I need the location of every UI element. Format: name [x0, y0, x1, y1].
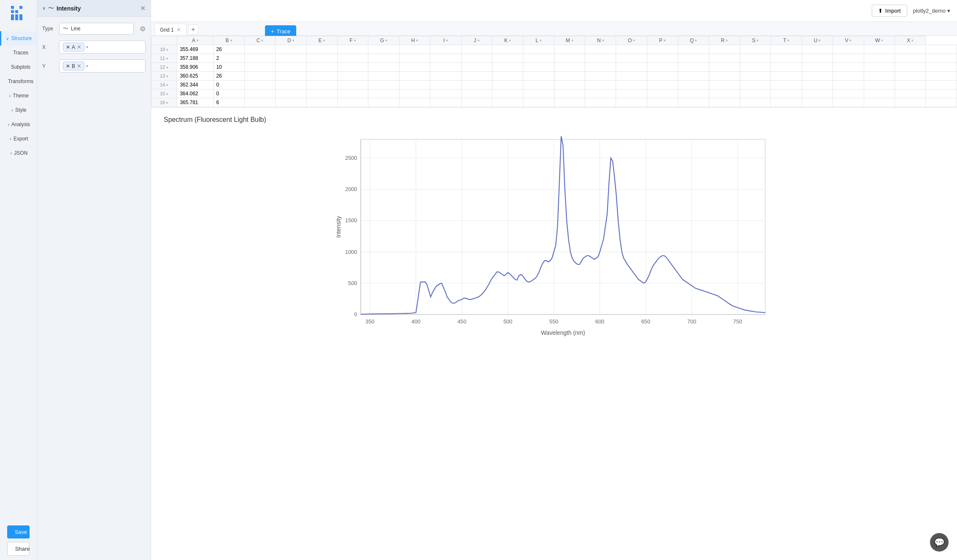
sidebar-item-theme-label: Theme: [13, 93, 29, 99]
y-label: Y: [42, 63, 55, 69]
svg-text:2000: 2000: [345, 186, 357, 192]
svg-text:1500: 1500: [345, 217, 357, 223]
sidebar-bottom: Save Share: [0, 521, 37, 560]
x-tag-value: A: [72, 44, 75, 50]
svg-rect-6: [19, 6, 22, 9]
svg-text:500: 500: [503, 318, 512, 325]
import-button[interactable]: ⬆ Import: [872, 5, 907, 17]
sidebar-item-export[interactable]: › Export: [0, 132, 37, 146]
table-row[interactable]: 14 ▾362.3440: [151, 81, 957, 89]
content: Grid 1 ✕ + A▾B▾C▾D▾E▾F▾G▾H▾I▾J▾K▾L▾M▾N▾O…: [151, 22, 957, 560]
grid-tab-close-icon[interactable]: ✕: [176, 27, 181, 33]
grid-tab-1[interactable]: Grid 1 ✕: [154, 24, 187, 35]
panel-chevron-icon[interactable]: ∨: [42, 5, 46, 11]
export-arrow: ›: [10, 137, 11, 141]
svg-text:400: 400: [411, 318, 420, 325]
sidebar-item-structure[interactable]: ∨ Structure: [0, 31, 37, 46]
sidebar-item-json-label: JSON: [14, 150, 27, 156]
svg-rect-2: [11, 6, 14, 9]
settings-gear-icon[interactable]: ⚙: [140, 25, 146, 33]
svg-rect-7: [361, 139, 765, 314]
type-field-row: Type 〜 Line ⚙: [42, 23, 146, 35]
sidebar-item-subplots[interactable]: Subplots: [0, 60, 37, 74]
share-button[interactable]: Share: [7, 542, 30, 556]
add-trace-plus-icon: +: [271, 28, 274, 35]
import-icon: ⬆: [878, 8, 883, 14]
user-menu[interactable]: plotly2_demo ▾: [913, 8, 950, 14]
y-select[interactable]: ✕ B ✕ ▾: [59, 59, 146, 73]
y-field-row: Y ✕ B ✕ ▾: [42, 59, 146, 73]
sidebar-item-transforms[interactable]: Transforms: [0, 74, 37, 89]
chat-icon[interactable]: 💬: [930, 533, 949, 552]
sidebar-item-export-label: Export: [14, 136, 28, 142]
sidebar-item-structure-label: Structure: [11, 35, 32, 41]
svg-rect-3: [15, 14, 18, 20]
sidebar-item-json[interactable]: › JSON: [0, 146, 37, 160]
app-logo: [9, 4, 28, 23]
type-value: Line: [71, 26, 130, 32]
main-area: ⬆ Import plotly2_demo ▾ + Trace Grid 1 ✕…: [151, 0, 957, 560]
chart-svg: 0500100015002000250035040045050055060065…: [164, 130, 944, 337]
x-field-row: X ✕ A ✕ ▾: [42, 40, 146, 54]
trace-panel: ∨ 〜 Intensity ✕ Type 〜 Line ⚙ X ✕ A ✕ ▾: [37, 0, 151, 560]
svg-rect-5: [19, 14, 22, 20]
svg-rect-4: [15, 10, 18, 13]
svg-text:350: 350: [365, 318, 374, 325]
svg-text:0: 0: [354, 311, 357, 318]
sidebar-nav: ∨ Structure Traces Subplots Transforms ›…: [0, 31, 37, 160]
username: plotly2_demo: [913, 8, 946, 14]
svg-text:450: 450: [457, 318, 466, 325]
grid-tab-add-button[interactable]: +: [188, 24, 198, 35]
x-tag: ✕ A ✕: [63, 43, 84, 51]
x-label: X: [42, 44, 55, 50]
sidebar-item-analysis-label: Analysis: [11, 121, 30, 127]
x-select[interactable]: ✕ A ✕ ▾: [59, 40, 146, 54]
user-dropdown-arrow: ▾: [947, 8, 950, 14]
sidebar-item-analysis[interactable]: › Analysis: [0, 117, 37, 132]
panel-close-icon[interactable]: ✕: [140, 4, 146, 12]
sidebar-item-traces[interactable]: Traces: [0, 46, 37, 60]
type-select[interactable]: 〜 Line: [59, 23, 134, 35]
panel-body: Type 〜 Line ⚙ X ✕ A ✕ ▾ Y: [37, 17, 151, 78]
line-type-icon: 〜: [63, 25, 68, 32]
table-row[interactable]: 10 ▾355.46926: [151, 45, 957, 54]
save-button[interactable]: Save: [7, 525, 30, 538]
panel-title: Intensity: [57, 5, 138, 12]
y-dropdown-arrow: ▾: [86, 64, 88, 68]
add-trace-label: Trace: [277, 28, 291, 35]
svg-text:550: 550: [549, 318, 558, 325]
y-tag-label: ✕: [66, 63, 70, 69]
y-tag-value: B: [72, 63, 75, 69]
svg-text:600: 600: [595, 318, 604, 325]
sidebar-item-subplots-label: Subplots: [11, 64, 31, 70]
svg-text:Wavelength (nm): Wavelength (nm): [541, 329, 585, 336]
sidebar: ∨ Structure Traces Subplots Transforms ›…: [0, 0, 37, 560]
x-tag-label: ✕: [66, 44, 70, 50]
sidebar-item-style[interactable]: › Style: [0, 103, 37, 117]
json-arrow: ›: [11, 151, 12, 156]
table-row[interactable]: 12 ▾358.90610: [151, 63, 957, 72]
svg-text:650: 650: [641, 318, 650, 325]
spreadsheet-wrapper[interactable]: A▾B▾C▾D▾E▾F▾G▾H▾I▾J▾K▾L▾M▾N▾O▾P▾Q▾R▾S▾T▾…: [151, 36, 957, 107]
sidebar-item-traces-label: Traces: [13, 50, 28, 56]
x-tag-remove[interactable]: ✕: [77, 44, 81, 50]
type-label: Type: [42, 26, 55, 32]
chart-title: Spectrum (Fluorescent Light Bulb): [164, 116, 944, 124]
panel-trace-icon: 〜: [48, 5, 54, 12]
y-tag: ✕ B ✕: [63, 62, 84, 70]
topbar: ⬆ Import plotly2_demo ▾: [151, 0, 957, 22]
table-row[interactable]: 13 ▾360.62526: [151, 72, 957, 81]
svg-text:Intensity: Intensity: [335, 216, 342, 238]
structure-arrow: ∨: [6, 36, 9, 41]
chart-container[interactable]: 0500100015002000250035040045050055060065…: [164, 130, 944, 337]
grid-tab-1-label: Grid 1: [160, 27, 174, 33]
sidebar-item-theme[interactable]: › Theme: [0, 89, 37, 103]
table-row[interactable]: 16 ▾365.7816: [151, 98, 957, 107]
table-row[interactable]: 15 ▾364.0620: [151, 89, 957, 98]
y-tag-remove[interactable]: ✕: [77, 63, 81, 69]
table-row[interactable]: 11 ▾357.1882: [151, 54, 957, 63]
svg-text:1000: 1000: [345, 249, 357, 255]
analysis-arrow: ›: [8, 122, 9, 127]
svg-text:2500: 2500: [345, 155, 357, 161]
svg-text:500: 500: [348, 280, 357, 286]
